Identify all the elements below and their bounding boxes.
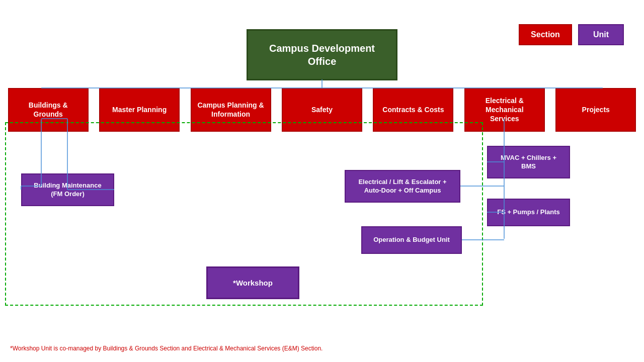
unit-operation-budget: Operation & Budget Unit	[361, 226, 462, 254]
section-campus-planning: Campus Planning & Information	[191, 88, 271, 132]
section-contracts-costs: Contracts & Costs	[373, 88, 453, 132]
root-box: Campus Development Office	[247, 29, 397, 80]
section-electrical-mechanical: Electrical & Mechanical Services	[464, 88, 545, 132]
unit-mvac: MVAC + Chillers + BMS	[487, 146, 570, 178]
unit-fs-pumps: FS + Pumps / Plants	[487, 199, 570, 226]
unit-electrical-lift: Electrical / Lift & Escalator + Auto-Doo…	[345, 170, 460, 203]
root-container: Campus Development Office	[247, 29, 397, 80]
section-safety: Safety	[282, 88, 362, 132]
footer-note: *Workshop Unit is co-managed by Building…	[10, 345, 323, 352]
section-buildings-grounds: Buildings & Grounds	[8, 88, 89, 132]
sections-row: Buildings & Grounds Master Planning Camp…	[0, 88, 644, 132]
section-master-planning: Master Planning	[99, 88, 180, 132]
section-projects: Projects	[555, 88, 636, 132]
legend-section: Section	[519, 24, 572, 45]
legend: Section Unit	[519, 24, 624, 45]
legend-unit: Unit	[578, 24, 624, 45]
unit-building-maintenance: Building Maintenance (FM Order)	[21, 173, 114, 206]
unit-workshop: *Workshop	[206, 266, 299, 299]
